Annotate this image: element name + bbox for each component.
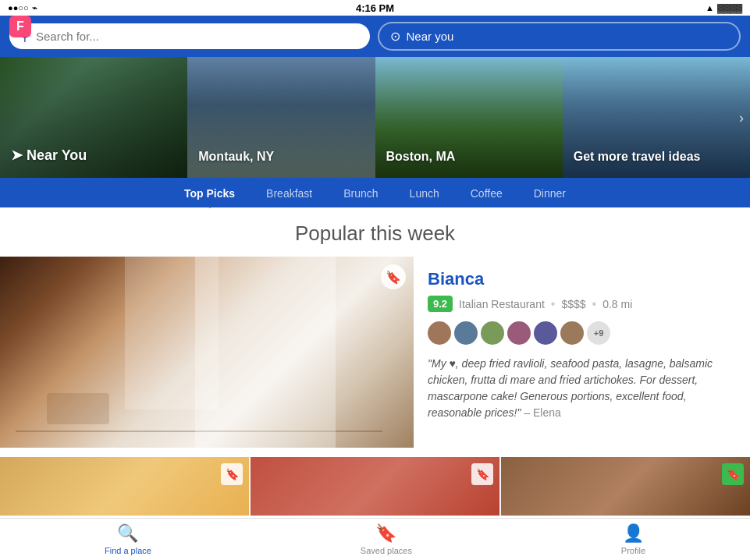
restaurant-distance: 0.8 mi: [602, 298, 632, 310]
search-input[interactable]: [36, 30, 359, 43]
dot-separator: •: [551, 297, 556, 311]
profile-label: Profile: [621, 546, 645, 555]
tab-breakfast[interactable]: Breakfast: [251, 178, 328, 207]
restaurant-info: Bianca 9.2 Italian Restaurant • $$$$ • 0…: [414, 257, 750, 448]
near-you-label: Near you: [407, 30, 454, 43]
avatar-2: [454, 321, 478, 345]
status-left-icons: ●●○○ ⌁: [8, 3, 37, 13]
save-thumb-3-button[interactable]: 🔖: [722, 463, 744, 485]
location-card-near-you[interactable]: ➤ Near You: [0, 57, 187, 178]
nav-profile[interactable]: 👤 Profile: [598, 519, 669, 560]
tab-coffee-label: Coffee: [471, 187, 503, 200]
avatar-6: [560, 321, 584, 345]
popular-section: Popular this week 🔖 Bianca: [0, 207, 750, 457]
card-label-near-you: ➤ Near You: [11, 147, 87, 164]
card-label-boston: Boston, MA: [386, 150, 456, 164]
thumbnail-item-2[interactable]: 🔖: [251, 457, 499, 516]
popular-title: Popular this week: [0, 207, 750, 257]
score-badge: 9.2: [428, 296, 453, 312]
near-you-button[interactable]: ⊙ Near you: [378, 22, 741, 51]
bookmark-outline-icon-2: 🔖: [476, 468, 489, 480]
tab-brunch-label: Brunch: [343, 187, 378, 200]
nav-arrow-icon: ›: [739, 109, 744, 126]
search-area: ⚲ ⊙ Near you: [0, 16, 750, 57]
thumbnail-row: 🔖 🔖 🔖: [0, 457, 750, 516]
bookmark-outline-icon-1: 🔖: [226, 468, 239, 480]
save-thumb-2-button[interactable]: 🔖: [471, 463, 493, 485]
tab-breakfast-label: Breakfast: [266, 187, 312, 200]
bottom-nav: 🔍 Find a place 🔖 Saved places 👤 Profile: [0, 518, 750, 560]
profile-icon: 👤: [623, 523, 644, 544]
location-cards: ➤ Near You Montauk, NY Boston, MA Get mo…: [0, 57, 750, 178]
main-content: Popular this week 🔖 Bianca: [0, 207, 750, 516]
review-text: "My ♥, deep fried ravlioli, seafood past…: [428, 357, 713, 419]
restaurant-price: $$$$: [561, 298, 585, 310]
tab-coffee[interactable]: Coffee: [455, 178, 518, 207]
tab-dinner-label: Dinner: [534, 187, 566, 200]
location-card-travel[interactable]: Get more travel ideas ›: [563, 57, 750, 178]
avatar-1: [428, 321, 451, 345]
avatar-4: [507, 321, 531, 345]
avatar-5: [534, 321, 557, 345]
restaurant-image: 🔖: [0, 257, 414, 448]
restaurant-meta: 9.2 Italian Restaurant • $$$$ • 0.8 mi: [428, 296, 736, 312]
save-restaurant-button[interactable]: 🔖: [381, 264, 406, 289]
nav-find-place[interactable]: 🔍 Find a place: [81, 519, 175, 560]
tab-top-picks-label: Top Picks: [184, 187, 235, 200]
dot-separator-2: •: [592, 297, 597, 311]
near-you-arrow-icon: ➤: [11, 147, 23, 163]
restaurant-card-bianca: 🔖 Bianca 9.2 Italian Restaurant • $$$$ •…: [0, 257, 750, 448]
status-bar: ●●○○ ⌁ 4:16 PM ▲ ▓▓▓▓: [0, 0, 750, 16]
wifi-icon: ⌁: [32, 3, 37, 13]
logo-letter: F: [16, 19, 24, 34]
location-card-montauk[interactable]: Montauk, NY: [187, 57, 375, 178]
find-place-label: Find a place: [105, 546, 151, 555]
search-box[interactable]: ⚲: [9, 23, 370, 49]
save-thumb-1-button[interactable]: 🔖: [221, 463, 243, 485]
card-label-travel: Get more travel ideas: [574, 150, 701, 164]
bookmark-icon: 🔖: [386, 270, 401, 285]
card-label-montauk: Montauk, NY: [198, 150, 274, 164]
location-dot-icon: ⊙: [390, 29, 400, 44]
category-tabs: Top Picks Breakfast Brunch Lunch Coffee …: [0, 178, 750, 207]
tab-lunch-label: Lunch: [410, 187, 439, 200]
user-avatars: +9: [428, 321, 736, 345]
restaurant-type: Italian Restaurant: [459, 298, 545, 310]
tab-lunch[interactable]: Lunch: [394, 178, 455, 207]
status-right-icons: ▲ ▓▓▓▓: [706, 3, 742, 12]
location-icon: ▲: [706, 3, 714, 12]
restaurant-name[interactable]: Bianca: [428, 269, 736, 289]
thumbnail-item-3[interactable]: 🔖: [501, 457, 750, 516]
tab-dinner[interactable]: Dinner: [518, 178, 581, 207]
thumbnail-item-1[interactable]: 🔖: [0, 457, 249, 516]
find-place-icon: 🔍: [117, 523, 138, 544]
saved-places-label: Saved places: [361, 546, 412, 555]
tab-top-picks[interactable]: Top Picks: [169, 178, 251, 207]
app-logo: F: [9, 16, 31, 37]
signal-icon: ●●○○: [8, 3, 29, 12]
time-display: 4:16 PM: [356, 2, 394, 14]
nav-saved-places[interactable]: 🔖 Saved places: [337, 519, 435, 560]
bookmark-filled-icon: 🔖: [727, 468, 740, 480]
tab-brunch[interactable]: Brunch: [328, 178, 393, 207]
saved-places-icon: 🔖: [375, 523, 396, 544]
reviewer-name: – Elena: [524, 406, 560, 419]
location-card-boston[interactable]: Boston, MA: [375, 57, 563, 178]
avatar-3: [481, 321, 504, 345]
battery-icon: ▓▓▓▓: [717, 3, 742, 12]
avatar-count: +9: [587, 321, 610, 345]
restaurant-review: "My ♥, deep fried ravlioli, seafood past…: [428, 356, 736, 421]
